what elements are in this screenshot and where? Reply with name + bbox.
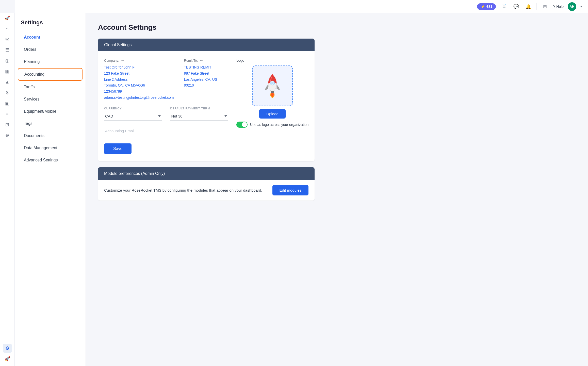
sidebar-item-accounting[interactable]: Accounting [18,68,83,81]
currency-field: CURRENCY CAD USD [104,107,162,121]
save-button[interactable]: Save [104,143,132,154]
module-preferences-row: Customize your RoseRocket TMS by configu… [98,180,315,201]
global-settings-body: Company: ✏ Test Org for John F 123 Fake … [98,51,315,161]
module-preferences-card: Module preferences (Admin Only) Customiz… [98,167,315,201]
settings-sidebar: Settings Account Orders Planning Account… [15,13,86,366]
sidebar-icon-chart[interactable]: ▲ [3,77,12,87]
logo-upload-box[interactable] [252,65,293,106]
accounting-email-input[interactable] [104,127,180,135]
sidebar-icon-contact[interactable]: ▣ [3,99,12,108]
settings-title: Settings [15,19,86,31]
sidebar-item-documents[interactable]: Documents [18,130,83,142]
currency-label: CURRENCY [104,107,162,110]
logo-toggle-row: Use as logo across your organization [236,122,308,128]
module-preferences-desc: Customize your RoseRocket TMS by configu… [104,188,262,192]
company-address: Test Org for John F 123 Fake Street Line… [104,64,174,101]
main-content: Account Settings Global Settings Company… [86,13,327,366]
global-settings-header: Global Settings [98,39,315,51]
help-button[interactable]: ? Help [553,4,564,9]
sidebar-item-planning[interactable]: Planning [18,56,83,68]
sidebar-icon-home[interactable]: ⌂ [3,24,12,33]
sidebar-icon-truck[interactable]: ⊡ [3,120,12,129]
module-preferences-header: Module preferences (Admin Only) [98,167,315,180]
apps-icon[interactable]: ⊞ [541,3,549,11]
sidebar-icon-settings[interactable]: ⚙ [3,344,12,353]
app-logo[interactable]: 🚀 [5,16,10,21]
logo-section: Logo [236,58,308,154]
logo-toggle-label: Use as logo across your organization [250,123,308,127]
sidebar-icon-group[interactable]: ⊕ [3,131,12,140]
logo-label: Logo [236,58,244,62]
sidebar-item-services[interactable]: Services [18,93,83,105]
sidebar-item-account[interactable]: Account [18,31,83,43]
sidebar-item-orders[interactable]: Orders [18,44,83,55]
company-edit-icon[interactable]: ✏ [121,58,124,62]
avatar[interactable]: AH [568,2,576,11]
sidebar-icon-orders[interactable]: ☰ [3,45,12,55]
sidebar-item-data-management[interactable]: Data Management [18,142,83,154]
sidebar-icon-list[interactable]: ≡ [3,109,12,119]
sidebar-icon-calendar[interactable]: ▦ [3,67,12,76]
sidebar-icon-dollar[interactable]: $ [3,88,12,97]
divider [536,3,537,10]
credits-badge[interactable]: ⚡ 681 [477,3,496,10]
bell-icon[interactable]: 🔔 [524,3,532,11]
svg-rect-3 [271,91,274,93]
company-label: Company: ✏ [104,58,174,62]
remit-edit-icon[interactable]: ✏ [200,58,203,62]
payment-term-field: DEFAULT PAYMENT TERM Net 30 Net 60 Net 1… [170,107,228,121]
remit-address: TESTING REMIT 987 Fake Street Los Angele… [184,64,228,89]
question-icon: ? [553,4,555,9]
sidebar-item-advanced[interactable]: Advanced Settings [18,154,83,166]
sidebar-icon-rocket[interactable]: 🚀 [3,354,12,363]
payment-term-select[interactable]: Net 30 Net 60 Net 15 [170,112,228,121]
global-settings-card: Global Settings Company: ✏ Te [98,39,315,161]
upload-button[interactable]: Upload [259,109,286,119]
rocket-illustration [258,72,286,100]
chevron-down-icon[interactable]: ▾ [580,5,582,8]
page-title: Account Settings [98,23,315,31]
top-bar: ⚡ 681 📄 💬 🔔 ⊞ ? Help AH ▾ [15,0,588,13]
chat-icon[interactable]: 💬 [512,3,520,11]
currency-select[interactable]: CAD USD [104,112,162,121]
remit-label: Remit To: ✏ [184,58,228,62]
sidebar-icon-globe[interactable]: ◎ [3,56,12,65]
sidebar-item-tariffs[interactable]: Tariffs [18,81,83,93]
lightning-icon: ⚡ [481,5,485,9]
logo-toggle[interactable] [236,122,248,128]
payment-term-label: DEFAULT PAYMENT TERM [170,107,228,110]
document-icon[interactable]: 📄 [500,3,508,11]
sidebar-icon-mail[interactable]: ✉ [3,35,12,44]
help-label: Help [556,5,564,9]
sidebar-item-equipment[interactable]: Equipment/Mobile [18,106,83,117]
svg-point-2 [271,82,274,84]
currency-payment-row: CURRENCY CAD USD DEFAULT PAYMENT TERM Ne… [104,107,228,121]
credits-count: 681 [486,5,492,9]
icon-sidebar: 🚀 ⌂ ✉ ☰ ◎ ▦ ▲ $ ▣ ≡ ⊡ ⊕ ⚙ 🚀 [0,13,15,366]
edit-modules-button[interactable]: Edit modules [272,185,309,195]
sidebar-item-tags[interactable]: Tags [18,118,83,129]
